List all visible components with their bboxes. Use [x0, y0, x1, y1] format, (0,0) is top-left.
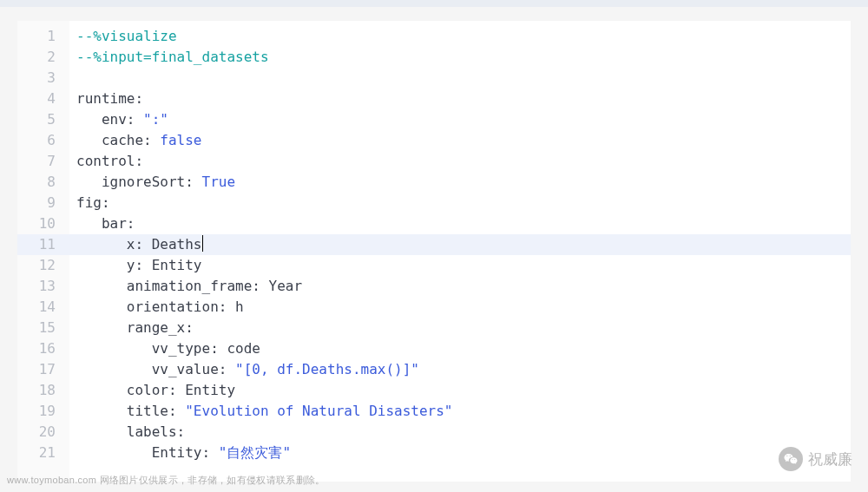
- line-number: 7: [28, 151, 56, 172]
- line-number: 17: [28, 359, 56, 380]
- code-line[interactable]: y: Entity: [76, 255, 851, 276]
- code-content-area[interactable]: --%visualize--%input=final_datasetsrunti…: [69, 21, 851, 482]
- line-number: 13: [28, 276, 56, 297]
- code-line[interactable]: --%input=final_datasets: [76, 47, 851, 68]
- code-token: orientation:: [76, 298, 235, 315]
- code-token: title:: [76, 403, 185, 419]
- line-number: 5: [28, 109, 56, 130]
- code-token: Year: [269, 278, 303, 294]
- line-number: 11: [17, 234, 69, 255]
- code-token: ":": [143, 111, 168, 128]
- line-number: 2: [28, 47, 56, 68]
- code-token: Entity: [152, 257, 202, 273]
- code-line[interactable]: orientation: h: [76, 297, 851, 318]
- line-number: 19: [28, 401, 56, 422]
- line-number: 15: [28, 318, 56, 338]
- code-token: animation_frame:: [76, 278, 269, 294]
- code-line[interactable]: Entity: "自然灾害": [76, 443, 851, 463]
- code-token: fig:: [76, 194, 110, 211]
- code-line[interactable]: control:: [76, 151, 851, 172]
- code-token: color:: [76, 382, 185, 398]
- line-number-gutter: 123456789101112131415161718192021: [17, 21, 69, 482]
- watermark-right-text: 祝威廉: [808, 449, 852, 469]
- line-number: 3: [28, 68, 56, 89]
- code-token: ignoreSort:: [76, 174, 202, 190]
- text-cursor: [202, 235, 204, 252]
- code-line[interactable]: labels:: [76, 422, 851, 443]
- code-token: Deaths: [152, 236, 202, 253]
- code-line[interactable]: animation_frame: Year: [76, 276, 851, 297]
- line-number: 20: [28, 422, 56, 443]
- code-token: "[0, df.Deaths.max()]": [235, 361, 419, 377]
- code-token: false: [160, 132, 201, 148]
- line-number: 21: [28, 443, 56, 463]
- line-number: 16: [28, 338, 56, 359]
- line-number: 4: [28, 89, 56, 109]
- code-token: "自然灾害": [219, 444, 291, 461]
- code-line[interactable]: vv_type: code: [76, 338, 851, 359]
- watermark-right: 祝威廉: [779, 447, 852, 471]
- code-token: --%input=final_datasets: [76, 49, 269, 65]
- code-token: labels:: [76, 423, 185, 440]
- code-token: h: [235, 298, 244, 315]
- wechat-icon: [779, 447, 803, 471]
- code-token: code: [227, 340, 260, 357]
- code-token: True: [202, 174, 236, 190]
- code-line[interactable]: bar:: [76, 213, 851, 234]
- code-line[interactable]: ignoreSort: True: [76, 172, 851, 193]
- line-number: 1: [28, 26, 56, 47]
- code-token: vv_value:: [76, 361, 235, 377]
- line-number: 8: [28, 172, 56, 193]
- line-number: 10: [28, 213, 56, 234]
- code-line[interactable]: --%visualize: [76, 26, 851, 47]
- code-line[interactable]: [76, 68, 851, 89]
- line-number: 18: [28, 380, 56, 401]
- code-line[interactable]: vv_value: "[0, df.Deaths.max()]": [76, 359, 851, 380]
- line-number: 12: [28, 255, 56, 276]
- code-token: control:: [76, 153, 143, 169]
- code-line[interactable]: cache: false: [76, 130, 851, 151]
- code-token: Entity: [185, 382, 235, 398]
- code-line[interactable]: range_x:: [76, 318, 851, 338]
- code-line[interactable]: runtime:: [76, 89, 851, 109]
- code-token: cache:: [76, 132, 160, 148]
- code-token: --%visualize: [76, 28, 177, 44]
- code-token: env:: [76, 111, 143, 128]
- code-token: runtime:: [76, 90, 143, 107]
- window-topbar: [0, 0, 868, 7]
- code-token: bar:: [76, 215, 135, 232]
- line-number: 9: [28, 193, 56, 213]
- code-token: range_x:: [76, 319, 194, 336]
- code-editor[interactable]: 123456789101112131415161718192021 --%vis…: [17, 21, 851, 482]
- code-token: x:: [76, 236, 152, 253]
- code-line[interactable]: fig:: [76, 193, 851, 213]
- code-token: "Evolution of Natural Disasters": [185, 403, 452, 419]
- line-number: 6: [28, 130, 56, 151]
- code-token: Entity:: [76, 444, 219, 461]
- watermark-left: www.toymoban.com 网络图片仅供展示，非存储，如有侵权请联系删除。: [7, 474, 325, 487]
- code-line[interactable]: title: "Evolution of Natural Disasters": [76, 401, 851, 422]
- code-line[interactable]: x: Deaths: [69, 234, 851, 255]
- code-line[interactable]: env: ":": [76, 109, 851, 130]
- code-token: y:: [76, 257, 152, 273]
- line-number: 14: [28, 297, 56, 318]
- code-token: vv_type:: [76, 340, 227, 357]
- code-line[interactable]: color: Entity: [76, 380, 851, 401]
